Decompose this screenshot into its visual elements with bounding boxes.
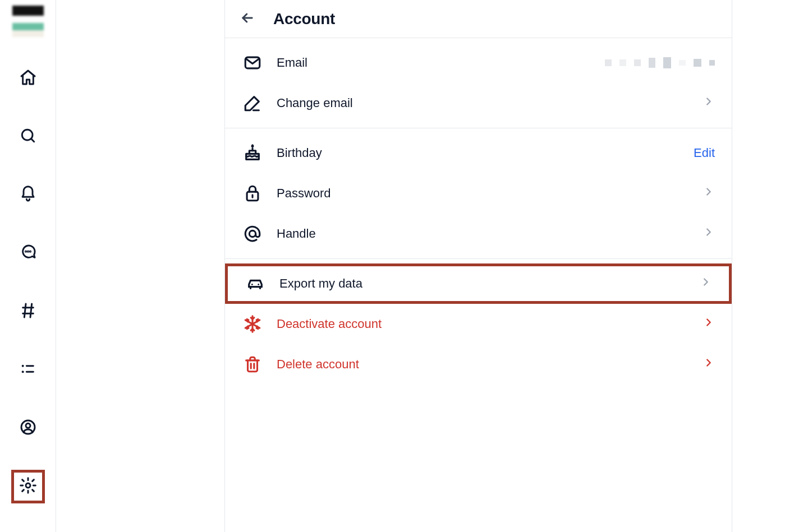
page-title: Account	[273, 10, 335, 28]
layout-spacer	[56, 0, 224, 532]
svg-point-3	[30, 251, 30, 252]
svg-point-7	[26, 423, 30, 428]
chat-icon	[19, 243, 37, 263]
settings-panel: Account Email Change email Birthd	[224, 0, 732, 532]
item-label: Handle	[277, 226, 689, 241]
chevron-right-icon	[700, 276, 712, 292]
hash-icon	[19, 302, 37, 322]
layout-right-blank	[732, 0, 808, 532]
home-icon	[19, 68, 37, 89]
email-value-obscured	[605, 57, 715, 68]
avatar[interactable]	[12, 6, 44, 37]
list-icon	[19, 360, 37, 380]
item-label: Delete account	[277, 357, 689, 372]
chevron-right-icon	[703, 316, 715, 332]
svg-point-12	[251, 284, 253, 285]
item-change-email[interactable]: Change email	[225, 83, 732, 123]
item-label: Birthday	[277, 146, 680, 160]
nav-search[interactable]	[11, 120, 45, 154]
sidebar	[0, 0, 56, 532]
at-icon	[242, 224, 263, 243]
gear-icon	[19, 477, 37, 497]
item-label: Change email	[277, 96, 689, 110]
user-circle-icon	[19, 418, 37, 438]
chevron-right-icon	[703, 186, 715, 201]
section-account: Birthday Edit Password Handle	[225, 128, 732, 259]
bell-icon	[19, 185, 37, 205]
trash-icon	[242, 355, 263, 374]
item-birthday[interactable]: Birthday Edit	[225, 133, 732, 173]
nav-home[interactable]	[11, 62, 45, 95]
item-delete-account[interactable]: Delete account	[225, 344, 732, 385]
cake-icon	[242, 144, 263, 163]
panel-header: Account	[225, 0, 732, 38]
arrow-left-icon	[240, 10, 255, 28]
car-icon	[245, 274, 266, 293]
item-deactivate-account[interactable]: Deactivate account	[225, 304, 732, 344]
mail-icon	[242, 53, 263, 72]
snowflake-icon	[242, 314, 263, 334]
back-button[interactable]	[237, 9, 258, 29]
nav-profile[interactable]	[11, 411, 45, 445]
svg-point-4	[21, 365, 24, 367]
nav-feeds[interactable]	[11, 295, 45, 329]
item-password[interactable]: Password	[225, 173, 732, 214]
svg-point-1	[25, 251, 26, 252]
item-email[interactable]: Email	[225, 43, 732, 83]
nav-lists[interactable]	[11, 353, 45, 387]
item-label: Email	[277, 55, 591, 70]
svg-point-2	[27, 251, 28, 252]
section-email: Email Change email	[225, 38, 732, 128]
item-label: Password	[277, 186, 689, 201]
pencil-icon	[242, 94, 263, 113]
svg-point-13	[258, 284, 259, 285]
item-handle[interactable]: Handle	[225, 214, 732, 254]
chevron-right-icon	[703, 95, 715, 111]
svg-point-11	[249, 230, 255, 237]
item-export-data[interactable]: Export my data	[225, 263, 732, 304]
edit-link[interactable]: Edit	[694, 146, 715, 160]
lock-icon	[242, 184, 263, 203]
svg-point-8	[26, 483, 30, 488]
nav-notifications[interactable]	[11, 178, 45, 212]
svg-point-5	[21, 371, 24, 373]
nav-settings[interactable]	[11, 470, 45, 503]
item-label: Deactivate account	[277, 317, 689, 331]
nav-chat[interactable]	[11, 237, 45, 270]
search-icon	[19, 127, 37, 147]
item-label: Export my data	[279, 276, 686, 291]
chevron-right-icon	[703, 226, 715, 242]
chevron-right-icon	[703, 357, 715, 372]
section-danger: Export my data Deactivate account Delete…	[225, 259, 732, 389]
